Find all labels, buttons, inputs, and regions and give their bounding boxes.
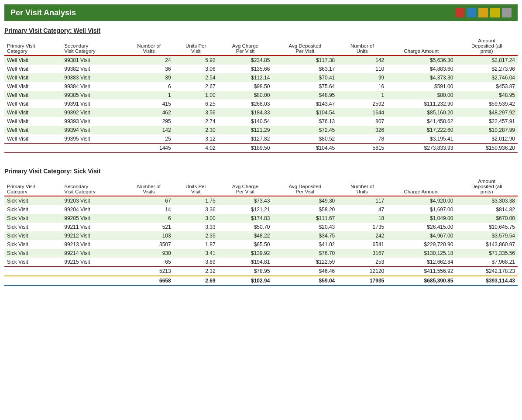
col-secondary-category-sv: SecondaryVisit Category — [62, 177, 124, 196]
table-cell: Well Visit — [4, 100, 62, 108]
table-cell: $63.17 — [272, 65, 337, 73]
table-cell: $140.54 — [218, 117, 273, 126]
table-cell: $184.33 — [218, 108, 273, 117]
table-cell: 1.87 — [174, 240, 218, 249]
table-cell: $41.02 — [272, 240, 337, 249]
grandtotal-cell — [62, 276, 124, 286]
table-cell: 47 — [337, 205, 387, 214]
table-cell: 99204 Visit — [62, 205, 124, 214]
table-cell: 1 — [124, 91, 174, 100]
table-cell: $3,195.41 — [387, 134, 456, 144]
table-cell: $65.50 — [218, 240, 273, 249]
table-cell: 2592 — [337, 100, 387, 108]
table-cell: $174.83 — [218, 214, 273, 223]
table-cell: $59,539.42 — [456, 100, 518, 108]
table-cell: 6 — [124, 214, 174, 223]
icon-gray — [502, 8, 512, 17]
subtotal-cell — [62, 144, 124, 153]
grandtotal-cell: 2.69 — [174, 276, 218, 286]
col-amount-deposited-wv: AmountDeposited (allpmts) — [456, 37, 518, 55]
table-cell: 78 — [337, 134, 387, 144]
col-units-per-visit-wv: Units PerVisit — [174, 37, 218, 55]
table-cell: 99214 Visit — [62, 249, 124, 258]
table-cell: 99395 Visit — [62, 134, 124, 144]
subtotal-cell: 2.32 — [174, 267, 218, 276]
table-cell: $143,860.97 — [456, 240, 518, 249]
table-cell: 99203 Visit — [62, 196, 124, 205]
table-cell: 930 — [124, 249, 174, 258]
sick-visit-section-title: Primary Visit Category: Sick Visit — [4, 168, 518, 175]
table-cell: 6.25 — [174, 100, 218, 108]
table-cell: Well Visit — [4, 91, 62, 100]
table-cell: 3.00 — [174, 214, 218, 223]
table-cell: $130,125.18 — [387, 249, 456, 258]
table-cell: 18 — [337, 214, 387, 223]
icon-yellow1 — [478, 8, 488, 17]
table-cell: $20.43 — [272, 223, 337, 231]
table-cell: Well Visit — [4, 82, 62, 91]
table-cell: Sick Visit — [4, 258, 62, 267]
col-avg-deposited-wv: Avg DepositedPer Visit — [272, 37, 337, 55]
table-cell: 117 — [337, 196, 387, 205]
table-cell: $34.75 — [272, 231, 337, 240]
grandtotal-cell — [4, 276, 62, 286]
table-cell: 99215 Visit — [62, 258, 124, 267]
table-row: Sick Visit99205 Visit63.00$174.83$111.67… — [4, 214, 518, 223]
table-cell: $3,579.54 — [456, 231, 518, 240]
table-row: Sick Visit99212 Visit1032.35$48.22$34.75… — [4, 231, 518, 240]
table-cell: 521 — [124, 223, 174, 231]
grandtotal-cell: $393,114.43 — [456, 276, 518, 286]
page-header: Per Visit Analysis — [4, 4, 518, 21]
col-primary-category-wv: Primary VisitCategory — [4, 37, 62, 55]
table-cell: $121.21 — [218, 205, 273, 214]
table-row: Sick Visit99213 Visit35071.87$65.50$41.0… — [4, 240, 518, 249]
table-cell: $2,817.24 — [456, 55, 518, 65]
table-cell: Well Visit — [4, 73, 62, 82]
table-cell: 807 — [337, 117, 387, 126]
table-cell: 99 — [337, 73, 387, 82]
table-cell: 1 — [337, 91, 387, 100]
table-cell: $48.95 — [456, 91, 518, 100]
table-cell: $48,297.92 — [456, 108, 518, 117]
subtotal-cell: $104.45 — [272, 144, 337, 153]
table-row: Well Visit99392 Visit4623.56$184.33$104.… — [4, 108, 518, 117]
subtotal-cell: $78.95 — [218, 267, 273, 276]
table-cell: $1,049.00 — [387, 214, 456, 223]
table-cell: $73.43 — [218, 196, 273, 205]
col-charge-amount-wv: Charge Amount — [387, 37, 456, 55]
table-cell: $143.47 — [272, 100, 337, 108]
table-cell: 99384 Visit — [62, 82, 124, 91]
col-avg-charge-sv: Avg ChargePer Visit — [218, 177, 273, 196]
table-cell: 242 — [337, 231, 387, 240]
table-cell: $117.38 — [272, 55, 337, 65]
table-row: Well Visit99381 Visit245.92$234.85$117.3… — [4, 55, 518, 65]
grandtotal-cell: 17935 — [337, 276, 387, 286]
table-cell: Sick Visit — [4, 240, 62, 249]
table-row: Well Visit99395 Visit253.12$127.82$80.52… — [4, 134, 518, 144]
col-primary-category-sv: Primary VisitCategory — [4, 177, 62, 196]
table-cell: 6 — [124, 82, 174, 91]
table-cell: 99205 Visit — [62, 214, 124, 223]
table-row: Well Visit99385 Visit11.00$80.00$48.951$… — [4, 91, 518, 100]
subtotal-row: 52132.32$78.95$46.4612120$411,556.92$242… — [4, 267, 518, 276]
table-cell: 142 — [124, 126, 174, 134]
grandtotal-row: 66582.69$102.94$59.0417935$685,390.85$39… — [4, 276, 518, 286]
table-cell: $139.92 — [218, 249, 273, 258]
table-cell: 3.33 — [174, 223, 218, 231]
table-cell: 110 — [337, 65, 387, 73]
grandtotal-cell: $59.04 — [272, 276, 337, 286]
subtotal-cell: $411,556.92 — [387, 267, 456, 276]
table-cell: $453.87 — [456, 82, 518, 91]
table-cell: $194.81 — [218, 258, 273, 267]
icon-blue — [467, 8, 476, 17]
table-cell: 14 — [124, 205, 174, 214]
table-cell: 3.36 — [174, 205, 218, 214]
table-cell: 1.00 — [174, 91, 218, 100]
table-cell: $229,720.90 — [387, 240, 456, 249]
icon-yellow2 — [490, 8, 500, 17]
table-cell: $234.85 — [218, 55, 273, 65]
table-cell: $135.66 — [218, 65, 273, 73]
table-cell: $76.13 — [272, 117, 337, 126]
table-cell: $71,335.56 — [456, 249, 518, 258]
table-cell: $2,746.04 — [456, 73, 518, 82]
